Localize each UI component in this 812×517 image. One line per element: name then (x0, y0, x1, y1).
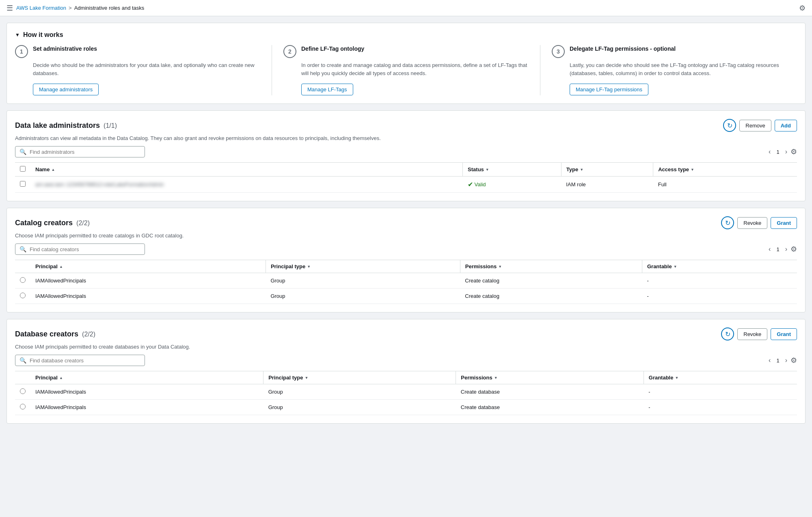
how-step-2: 2 Define LF-Tag ontology In order to cre… (283, 45, 529, 95)
collapse-arrow[interactable]: ▼ (15, 32, 20, 38)
data-lake-admins-remove-button[interactable]: Remove (739, 120, 771, 131)
catalog-creators-grant-button[interactable]: Grant (771, 217, 797, 229)
cc-th-principal[interactable]: Principal (30, 260, 266, 273)
dc-row1-permissions-cell: Create database (456, 384, 644, 400)
dc-prev-page-button[interactable]: ‹ (767, 356, 772, 365)
data-lake-admins-search-box[interactable]: 🔍 (15, 146, 145, 157)
select-all-checkbox[interactable] (20, 166, 26, 172)
dc-th-principal-sort[interactable]: Principal (35, 375, 258, 381)
catalog-creators-pagination: ‹ 1 › ⚙ (767, 245, 797, 254)
step-3-title: Delegate LF-Tag permissions - optional (570, 45, 676, 53)
cc-page-number: 1 (774, 246, 782, 252)
cc-th-permissions-sort[interactable]: Permissions (465, 263, 637, 269)
next-page-button[interactable]: › (784, 147, 789, 156)
catalog-creators-search-box[interactable]: 🔍 (15, 243, 145, 255)
th-access-type-sort[interactable]: Access type (658, 166, 792, 172)
cc-row1-grantable-cell: - (642, 273, 797, 289)
prev-page-button[interactable]: ‹ (767, 147, 772, 156)
data-lake-admins-header: Data lake administrators (1/1) ↻ Remove … (15, 119, 797, 132)
cc-row2-grantable-cell: - (642, 289, 797, 304)
cc-table-settings-icon[interactable]: ⚙ (790, 245, 797, 254)
dc-th-principal-type-sort[interactable]: Principal type (268, 375, 451, 381)
th-type[interactable]: Type (561, 163, 653, 177)
database-creators-search-box[interactable]: 🔍 (15, 355, 145, 366)
th-select-all (15, 163, 30, 177)
table-settings-icon[interactable]: ⚙ (790, 147, 797, 156)
service-link[interactable]: AWS Lake Formation (16, 5, 66, 11)
database-creators-table-controls: 🔍 ‹ 1 › ⚙ (15, 355, 797, 366)
catalog-creators-refresh-button[interactable]: ↻ (721, 216, 734, 229)
data-lake-admins-search-input[interactable] (30, 149, 140, 155)
th-name-sort[interactable]: Name (35, 166, 458, 172)
th-access-type[interactable]: Access type (653, 163, 797, 177)
data-lake-admins-add-button[interactable]: Add (775, 120, 797, 131)
manage-lf-tag-permissions-button[interactable]: Manage LF-Tag permissions (570, 84, 648, 95)
cc-row1-radio[interactable] (20, 277, 26, 283)
database-creators-refresh-button[interactable]: ↻ (721, 327, 734, 340)
step-3-header: 3 Delegate LF-Tag permissions - optional (552, 45, 797, 58)
cc-th-principal-type[interactable]: Principal type (266, 260, 460, 273)
dc-next-page-button[interactable]: › (784, 356, 789, 365)
catalog-creators-table: Principal Principal type Permissions Gra… (15, 260, 797, 304)
th-status-sort[interactable]: Status (468, 166, 556, 172)
row-checkbox[interactable] (20, 181, 26, 187)
catalog-creators-revoke-button[interactable]: Revoke (737, 217, 767, 229)
database-creators-table: Principal Principal type Permissions Gra… (15, 371, 797, 415)
step-3-number: 3 (552, 45, 565, 58)
cc-prev-page-button[interactable]: ‹ (767, 245, 772, 254)
cc-th-principal-type-sort[interactable]: Principal type (271, 263, 455, 269)
dc-row2-radio[interactable] (20, 404, 26, 409)
step-1-title: Set administrative roles (33, 45, 97, 53)
dc-table-settings-icon[interactable]: ⚙ (790, 356, 797, 365)
data-lake-admins-refresh-button[interactable]: ↻ (723, 119, 736, 132)
search-icon: 🔍 (19, 149, 26, 155)
catalog-creators-search-input[interactable] (30, 246, 140, 252)
search-icon-3: 🔍 (19, 357, 26, 364)
hamburger-icon[interactable]: ☰ (6, 4, 13, 13)
data-lake-admins-subtitle: Administrators can view all metadata in … (15, 135, 797, 141)
step-2-title: Define LF-Tag ontology (301, 45, 364, 53)
dc-th-permissions-sort[interactable]: Permissions (461, 375, 638, 381)
table-row: IAMAllowedPrincipals Group Create catalo… (15, 273, 797, 289)
dc-row2-type-cell: Group (263, 400, 456, 415)
step-divider-1 (272, 45, 272, 95)
database-creators-grant-button[interactable]: Grant (771, 328, 797, 340)
step-divider-2 (540, 45, 540, 95)
nav-settings-icon[interactable]: ⚙ (799, 4, 806, 13)
status-text: Valid (475, 181, 486, 187)
dc-row1-radio-cell (15, 384, 30, 400)
manage-administrators-button[interactable]: Manage administrators (33, 84, 99, 95)
cc-row2-principal-cell: IAMAllowedPrincipals (30, 289, 266, 304)
th-status[interactable]: Status (463, 163, 561, 177)
dc-th-principal[interactable]: Principal (30, 371, 263, 384)
database-creators-header: Database creators (2/2) ↻ Revoke Grant (15, 327, 797, 340)
step-1-desc: Decide who should be the administrators … (15, 61, 260, 77)
dc-th-grantable-sort[interactable]: Grantable (649, 375, 792, 381)
dc-row1-grantable-cell: - (644, 384, 797, 400)
dc-row1-radio[interactable] (20, 388, 26, 394)
cc-th-grantable-sort[interactable]: Grantable (647, 263, 792, 269)
cc-th-principal-sort[interactable]: Principal (35, 263, 261, 269)
cc-th-grantable[interactable]: Grantable (642, 260, 797, 273)
step-3-desc: Lastly, you can decide who should see th… (552, 61, 797, 77)
dc-th-principal-type[interactable]: Principal type (263, 371, 456, 384)
cc-th-permissions[interactable]: Permissions (460, 260, 642, 273)
dc-th-permissions[interactable]: Permissions (456, 371, 644, 384)
table-row: IAMAllowedPrincipals Group Create catalo… (15, 289, 797, 304)
dc-row2-principal-cell: IAMAllowedPrincipals (30, 400, 263, 415)
top-nav: ☰ AWS Lake Formation > Administrative ro… (0, 0, 812, 16)
data-lake-admins-card: Data lake administrators (1/1) ↻ Remove … (6, 110, 806, 201)
cc-th-radio (15, 260, 30, 273)
dc-th-grantable[interactable]: Grantable (644, 371, 797, 384)
th-name[interactable]: Name (30, 163, 463, 177)
manage-lf-tags-button[interactable]: Manage LF-Tags (301, 84, 353, 95)
database-creators-subtitle: Choose IAM principals permitted to creat… (15, 344, 797, 350)
th-type-sort[interactable]: Type (566, 166, 648, 172)
catalog-creators-count: (2/2) (76, 220, 90, 226)
cc-next-page-button[interactable]: › (784, 245, 789, 254)
catalog-creators-header: Catalog creators (2/2) ↻ Revoke Grant (15, 216, 797, 229)
database-creators-search-input[interactable] (30, 358, 140, 364)
database-creators-revoke-button[interactable]: Revoke (737, 328, 767, 340)
row-checkbox-cell (15, 177, 30, 193)
cc-row2-radio[interactable] (20, 293, 26, 298)
